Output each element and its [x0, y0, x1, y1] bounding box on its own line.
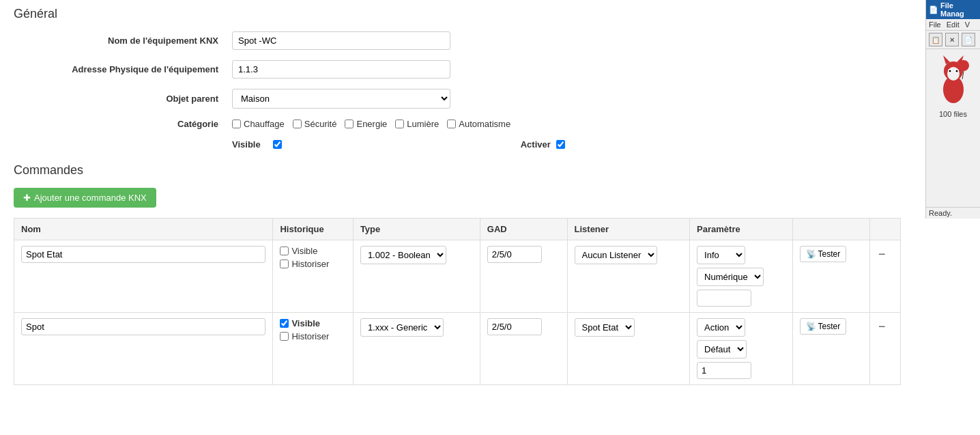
cmd-nom-input-2[interactable]: [21, 318, 265, 335]
param-value-input-2[interactable]: [697, 362, 751, 379]
add-button-label: Ajouter une commande KNX: [34, 193, 147, 203]
param-sub-select-1[interactable]: Numérique: [697, 268, 764, 286]
col-type: Type: [353, 219, 480, 240]
table-row: Visible Historiser 1.002 - Boolean: [14, 240, 901, 313]
fm-content: 100 files: [926, 49, 980, 121]
col-listener: Listener: [567, 219, 690, 240]
param-type-select-1[interactable]: Info Action: [697, 246, 745, 264]
fm-menu-v[interactable]: V: [965, 20, 970, 29]
categorie-label: Catégorie: [14, 119, 232, 129]
svg-point-5: [949, 70, 951, 72]
cmd-nom-input-1[interactable]: [21, 246, 265, 263]
fm-title: File Manag: [940, 1, 977, 18]
fm-icon: 📄: [929, 5, 938, 14]
visible-label: Visible: [232, 139, 268, 150]
wifi-icon-2: 📡: [806, 322, 816, 331]
gad-input-2[interactable]: [487, 318, 542, 335]
col-actions: [792, 219, 869, 240]
svg-point-2: [947, 67, 960, 81]
col-gad: GAD: [480, 219, 567, 240]
automatisme-label: Automatisme: [459, 119, 510, 129]
fm-title-bar: 📄 File Manag: [926, 0, 980, 19]
mascot-image: [936, 52, 970, 107]
categories-options: Chauffage Sécurité Energie Lumière Autom…: [232, 119, 510, 129]
nom-label: Nom de l'équipement KNX: [14, 36, 232, 46]
remove-button-1[interactable]: −: [877, 246, 887, 263]
categorie-lumiere[interactable]: [395, 120, 404, 128]
fm-close-btn[interactable]: ✕: [945, 33, 959, 46]
chauffage-label: Chauffage: [244, 119, 285, 129]
fm-ready-status: Ready.: [926, 207, 980, 219]
categorie-chauffage[interactable]: [232, 120, 241, 128]
table-row: Visible Historiser 1.xxx - Generic: [14, 313, 901, 385]
gad-input-1[interactable]: [487, 246, 542, 263]
visible-check-1[interactable]: [280, 247, 289, 255]
adresse-label: Adresse Physique de l'équipement: [14, 64, 232, 74]
wifi-icon-1: 📡: [806, 249, 816, 259]
fm-paste-btn[interactable]: 📄: [962, 33, 975, 46]
visible-check-2[interactable]: [280, 319, 289, 328]
categorie-energie[interactable]: [345, 120, 354, 128]
tester-button-2[interactable]: 📡 Tester: [800, 318, 847, 335]
objet-select[interactable]: Maison: [232, 89, 450, 109]
commandes-title: Commandes: [14, 163, 901, 178]
fm-menu-bar: File Edit V: [926, 19, 980, 31]
lumiere-label: Lumière: [407, 119, 439, 129]
visible-checkbox[interactable]: [273, 140, 282, 149]
adresse-input[interactable]: [232, 60, 450, 79]
historiser-check-1[interactable]: [280, 259, 289, 268]
param-value-input-1[interactable]: [697, 290, 751, 307]
securite-label: Sécurité: [304, 119, 337, 129]
fm-logo: [936, 52, 970, 107]
fm-menu-edit[interactable]: Edit: [947, 20, 960, 29]
param-sub-select-2[interactable]: Défaut: [697, 340, 747, 359]
activer-label: Activer: [521, 139, 551, 150]
nom-input[interactable]: [232, 31, 450, 50]
fm-copy-btn[interactable]: 📋: [929, 33, 942, 46]
type-select-2[interactable]: 1.xxx - Generic: [360, 318, 444, 337]
objet-label: Objet parent: [14, 94, 232, 104]
historiser-check-2[interactable]: [280, 332, 289, 341]
type-select-1[interactable]: 1.002 - Boolean: [360, 246, 446, 264]
historiser-text-2: Historiser: [291, 331, 329, 341]
tester-label-2: Tester: [818, 322, 841, 331]
historiser-text-1: Historiser: [291, 259, 329, 269]
svg-point-9: [958, 60, 969, 71]
activer-checkbox[interactable]: [556, 140, 565, 149]
param-type-select-2[interactable]: Action Info: [697, 318, 745, 337]
fm-toolbar: 📋 ✕ 📄: [926, 31, 980, 49]
tester-label-1: Tester: [818, 249, 841, 259]
col-remove: [870, 219, 901, 240]
visible-text-2: Visible: [291, 318, 320, 328]
remove-button-2[interactable]: −: [877, 318, 887, 335]
col-nom: Nom: [14, 219, 273, 240]
listener-select-2[interactable]: Spot Etat: [575, 318, 635, 337]
tester-button-1[interactable]: 📡 Tester: [800, 246, 847, 262]
fm-menu-file[interactable]: File: [929, 20, 941, 29]
categorie-automatisme[interactable]: [447, 120, 456, 128]
col-historique: Historique: [273, 219, 353, 240]
svg-point-6: [955, 70, 957, 72]
listener-select-1[interactable]: Aucun Listener: [575, 246, 657, 264]
file-manager-panel: 📄 File Manag File Edit V 📋 ✕ 📄: [925, 0, 980, 219]
categorie-securite[interactable]: [293, 120, 302, 128]
col-parametre: Paramètre: [690, 219, 793, 240]
add-commande-button[interactable]: ✚ Ajouter une commande KNX: [14, 188, 156, 208]
general-title: Général: [14, 7, 901, 21]
energie-label: Energie: [356, 119, 387, 129]
visible-text-1: Visible: [291, 246, 317, 256]
fm-files-count: 100 files: [939, 110, 967, 118]
plus-icon: ✚: [23, 193, 31, 203]
commands-table: Nom Historique Type GAD Listener Paramèt…: [14, 218, 901, 385]
